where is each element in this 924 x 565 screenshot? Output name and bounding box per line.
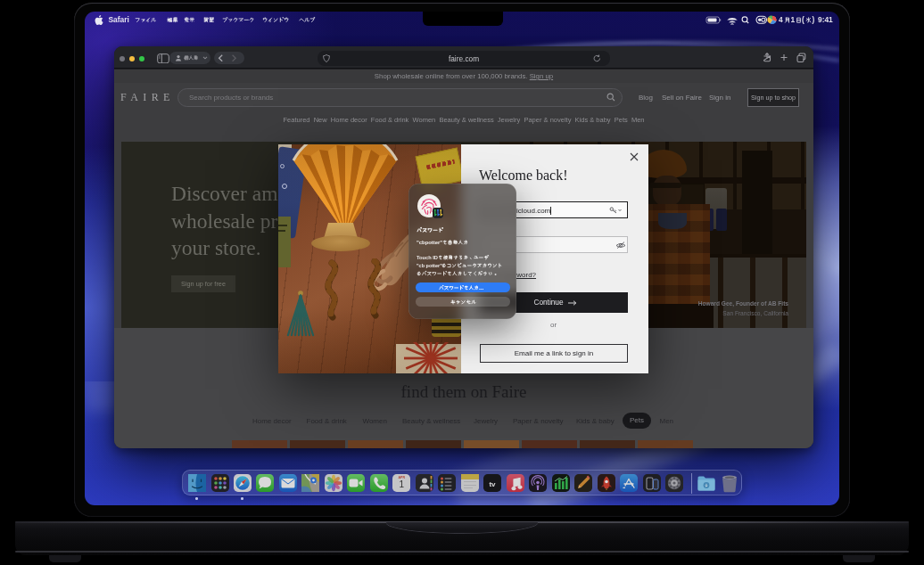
svg-text:tv: tv xyxy=(490,480,497,488)
